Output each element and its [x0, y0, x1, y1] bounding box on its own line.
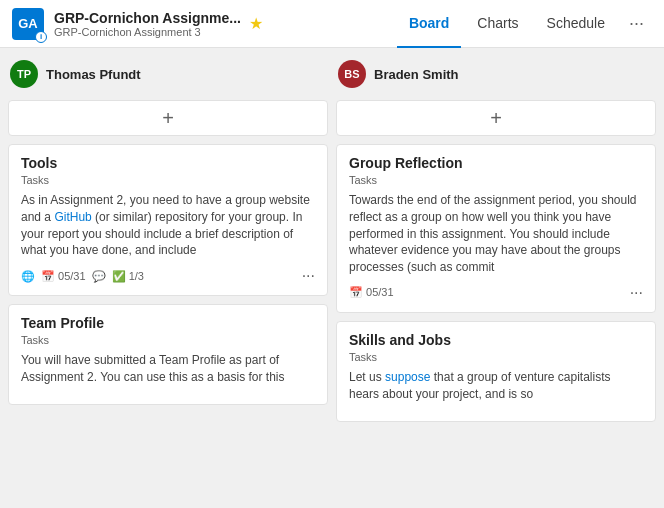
- card-label: Tasks: [21, 334, 315, 346]
- column-thomas: TPThomas Pfundt+ToolsTasksAs in Assignme…: [8, 56, 328, 500]
- project-name: GRP-Cornichon Assignme...: [54, 10, 241, 26]
- column-name-braden: Braden Smith: [374, 67, 459, 82]
- card-footer-item: 📅 05/31: [349, 286, 394, 299]
- card-label: Tasks: [349, 351, 643, 363]
- card-footer-item: 📅 05/31: [41, 270, 86, 283]
- card-desc-link[interactable]: GitHub: [54, 210, 91, 224]
- card-braden-0[interactable]: Group ReflectionTasksTowards the end of …: [336, 144, 656, 313]
- card-desc: As in Assignment 2, you need to have a g…: [21, 192, 315, 259]
- card-footer-item: ✅ 1/3: [112, 270, 144, 283]
- column-name-thomas: Thomas Pfundt: [46, 67, 141, 82]
- card-title: Tools: [21, 155, 315, 171]
- card-desc: Towards the end of the assignment period…: [349, 192, 643, 276]
- header-title: GRP-Cornichon Assignme... GRP-Cornichon …: [54, 10, 241, 38]
- card-thomas-0[interactable]: ToolsTasksAs in Assignment 2, you need t…: [8, 144, 328, 296]
- add-card-button-thomas[interactable]: +: [8, 100, 328, 136]
- column-header-thomas: TPThomas Pfundt: [8, 56, 328, 92]
- card-title: Team Profile: [21, 315, 315, 331]
- card-title: Group Reflection: [349, 155, 643, 171]
- card-footer-item: 💬: [92, 270, 106, 283]
- card-label: Tasks: [349, 174, 643, 186]
- card-title: Skills and Jobs: [349, 332, 643, 348]
- card-desc: Let us suppose that a group of venture c…: [349, 369, 643, 403]
- nav-tabs: Board Charts Schedule ···: [397, 0, 652, 48]
- add-card-button-braden[interactable]: +: [336, 100, 656, 136]
- card-braden-1[interactable]: Skills and JobsTasksLet us suppose that …: [336, 321, 656, 422]
- header: GA i GRP-Cornichon Assignme... GRP-Corni…: [0, 0, 664, 48]
- card-more-button[interactable]: ···: [302, 267, 315, 285]
- card-footer-item: 🌐: [21, 270, 35, 283]
- tab-charts[interactable]: Charts: [465, 0, 530, 48]
- card-label: Tasks: [21, 174, 315, 186]
- nav-more-button[interactable]: ···: [621, 9, 652, 38]
- info-badge: i: [35, 31, 47, 43]
- card-footer: 📅 05/31···: [349, 284, 643, 302]
- tab-schedule[interactable]: Schedule: [535, 0, 617, 48]
- card-more-button[interactable]: ···: [630, 284, 643, 302]
- card-desc: You will have submitted a Team Profile a…: [21, 352, 315, 386]
- card-footer: 🌐📅 05/31💬✅ 1/3···: [21, 267, 315, 285]
- avatar-thomas: TP: [10, 60, 38, 88]
- app-icon: GA i: [12, 8, 44, 40]
- avatar-braden: BS: [338, 60, 366, 88]
- board-content: TPThomas Pfundt+ToolsTasksAs in Assignme…: [0, 48, 664, 508]
- column-header-braden: BSBraden Smith: [336, 56, 656, 92]
- card-thomas-1[interactable]: Team ProfileTasksYou will have submitted…: [8, 304, 328, 405]
- tab-board[interactable]: Board: [397, 0, 461, 48]
- project-subtitle: GRP-Cornichon Assignment 3: [54, 26, 241, 38]
- card-desc-link[interactable]: suppose: [385, 370, 430, 384]
- star-icon[interactable]: ★: [249, 14, 263, 33]
- column-braden: BSBraden Smith+Group ReflectionTasksTowa…: [336, 56, 656, 500]
